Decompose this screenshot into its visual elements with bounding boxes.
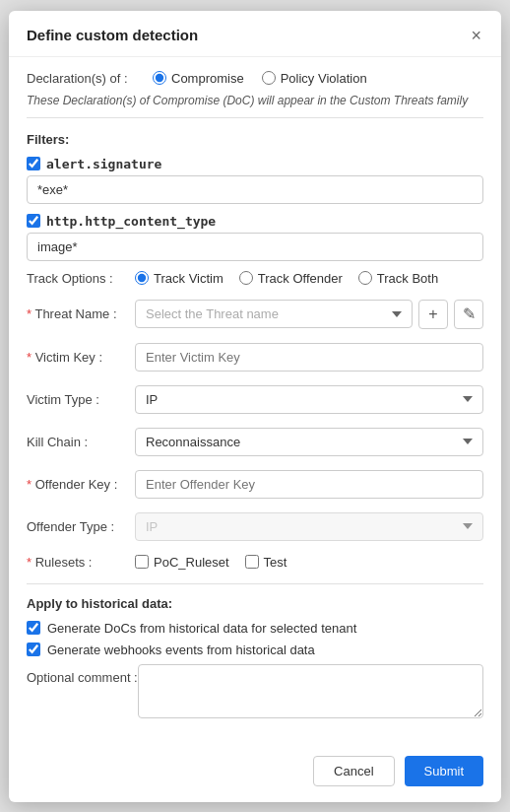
historical-webhooks-label: Generate webhooks events from historical… [47,643,315,657]
track-options-label: Track Options : [27,271,135,286]
victim-type-row: Victim Type : IP Domain URL Email [27,385,483,414]
ruleset-poc-label: PoC_Ruleset [154,555,229,570]
offender-key-input[interactable] [135,470,483,499]
track-options-row: Track Options : Track Victim Track Offen… [27,271,483,286]
filters-section: Filters: alert.signature http.http_conte… [27,132,483,261]
track-both-option[interactable]: Track Both [358,271,438,286]
rulesets-row: * Rulesets : PoC_Ruleset Test [27,555,483,570]
divider-2 [27,583,483,584]
rulesets-checkboxes: PoC_Ruleset Test [135,555,287,570]
divider-1 [27,117,483,118]
ruleset-poc-checkbox[interactable] [135,555,149,569]
victim-type-select[interactable]: IP Domain URL Email [135,385,483,414]
ruleset-test-checkbox[interactable] [245,555,259,569]
track-radio-group: Track Victim Track Offender Track Both [135,271,438,286]
track-both-label: Track Both [377,271,438,286]
submit-button[interactable]: Submit [405,756,483,786]
optional-comment-row: Optional comment : [27,664,483,718]
track-offender-label: Track Offender [258,271,343,286]
filter-block-1: alert.signature [27,157,483,204]
offender-type-select: IP Domain URL Email [135,512,483,541]
dialog-footer: Cancel Submit [9,746,501,802]
kill-chain-row: Kill Chain : Reconnaissance Weaponizatio… [27,428,483,456]
track-victim-option[interactable]: Track Victim [135,271,223,286]
victim-key-input[interactable] [135,343,483,372]
victim-type-label: Victim Type : [27,392,135,407]
cancel-button[interactable]: Cancel [313,756,394,786]
offender-type-row: Offender Type : IP Domain URL Email [27,512,483,541]
track-offender-option[interactable]: Track Offender [239,271,343,286]
historical-option-webhooks[interactable]: Generate webhooks events from historical… [27,643,483,657]
kill-chain-label: Kill Chain : [27,435,135,449]
threat-name-add-button[interactable]: + [418,300,448,329]
declaration-info-text: These Declaration(s) of Compromise (DoC)… [27,94,483,107]
offender-key-label: * Offender Key : [27,477,135,492]
victim-key-row: * Victim Key : [27,343,483,372]
rulesets-label: * Rulesets : [27,555,135,570]
radio-policy-violation-input[interactable] [262,71,276,85]
historical-docs-checkbox[interactable] [27,621,40,635]
offender-key-row: * Offender Key : [27,470,483,499]
filters-label: Filters: [27,132,483,147]
track-victim-input[interactable] [135,271,149,285]
historical-webhooks-checkbox[interactable] [27,643,40,656]
dialog-title: Define custom detection [27,27,198,43]
declaration-row: Declaration(s) of : Compromise Policy Vi… [27,71,483,86]
radio-compromise[interactable]: Compromise [153,71,244,86]
dialog-header: Define custom detection × [9,11,501,57]
close-button[interactable]: × [469,27,483,44]
threat-name-controls: Select the Threat name + ✎ [135,300,483,329]
historical-data-title: Apply to historical data: [27,596,483,611]
optional-comment-input[interactable] [138,664,483,718]
filter-key-label-1: alert.signature [46,157,161,171]
dialog-body: Declaration(s) of : Compromise Policy Vi… [9,57,501,746]
historical-docs-label: Generate DoCs from historical data for s… [47,621,356,636]
track-offender-input[interactable] [239,271,253,285]
filter-checkbox-row-2: http.http_content_type [27,214,483,229]
historical-option-docs[interactable]: Generate DoCs from historical data for s… [27,621,483,636]
declaration-radio-group: Compromise Policy Violation [153,71,367,86]
radio-policy-violation[interactable]: Policy Violation [262,71,367,86]
radio-policy-violation-label: Policy Violation [281,71,367,86]
filter-checkbox-1[interactable] [27,157,40,170]
ruleset-test-label: Test [264,555,287,570]
radio-compromise-label: Compromise [171,71,244,86]
optional-comment-label: Optional comment : [27,664,138,685]
define-custom-detection-dialog: Define custom detection × Declaration(s)… [9,11,501,802]
victim-key-label: * Victim Key : [27,350,135,365]
track-victim-label: Track Victim [154,271,223,286]
filter-checkbox-2[interactable] [27,214,40,228]
filter-checkbox-row-1: alert.signature [27,157,483,171]
threat-name-label: * Threat Name : [27,306,135,321]
ruleset-poc[interactable]: PoC_Ruleset [135,555,229,570]
threat-name-row: * Threat Name : Select the Threat name +… [27,300,483,329]
historical-data-section: Apply to historical data: Generate DoCs … [27,596,483,657]
filter-value-input-1[interactable] [27,175,483,204]
kill-chain-select[interactable]: Reconnaissance Weaponization Delivery Ex… [135,428,483,456]
declaration-label: Declaration(s) of : [27,71,135,86]
filter-key-label-2: http.http_content_type [46,214,216,229]
filter-value-input-2[interactable] [27,233,483,261]
track-both-input[interactable] [358,271,372,285]
filter-block-2: http.http_content_type [27,214,483,261]
threat-name-select[interactable]: Select the Threat name [135,300,413,328]
radio-compromise-input[interactable] [153,71,166,85]
offender-type-label: Offender Type : [27,519,135,534]
threat-name-edit-button[interactable]: ✎ [454,300,483,329]
ruleset-test[interactable]: Test [245,555,287,570]
